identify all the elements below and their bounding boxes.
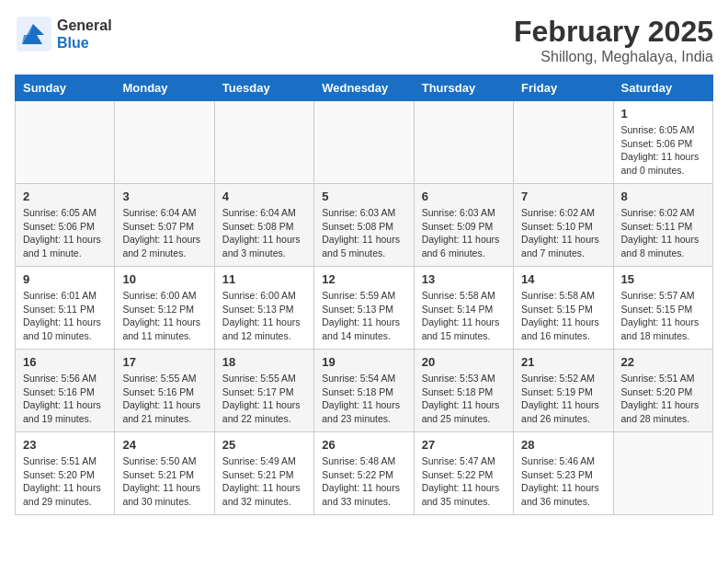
calendar-cell: 24Sunrise: 5:50 AMSunset: 5:21 PMDayligh… — [115, 432, 214, 515]
day-info: Sunrise: 6:02 AMSunset: 5:11 PMDaylight:… — [621, 206, 705, 260]
day-info: Sunrise: 5:50 AMSunset: 5:21 PMDaylight:… — [122, 454, 206, 509]
day-info: Sunrise: 6:01 AMSunset: 5:11 PMDaylight:… — [23, 289, 107, 343]
logo-icon — [15, 15, 53, 53]
logo-line1: General — [57, 17, 112, 34]
calendar-cell — [16, 101, 115, 184]
calendar-cell: 25Sunrise: 5:49 AMSunset: 5:21 PMDayligh… — [214, 432, 313, 515]
day-info: Sunrise: 5:53 AMSunset: 5:18 PMDaylight:… — [422, 372, 506, 426]
day-number: 10 — [122, 272, 206, 286]
calendar-cell: 5Sunrise: 6:03 AMSunset: 5:08 PMDaylight… — [314, 184, 414, 267]
logo: General Blue — [15, 15, 112, 53]
day-info: Sunrise: 5:55 AMSunset: 5:16 PMDaylight:… — [122, 372, 206, 426]
day-number: 20 — [422, 355, 506, 369]
calendar-cell: 7Sunrise: 6:02 AMSunset: 5:10 PMDaylight… — [514, 184, 613, 267]
day-number: 22 — [621, 355, 705, 369]
calendar-cell: 28Sunrise: 5:46 AMSunset: 5:23 PMDayligh… — [514, 432, 613, 515]
day-number: 6 — [422, 190, 506, 203]
weekday-header-friday: Friday — [514, 75, 613, 101]
day-info: Sunrise: 5:57 AMSunset: 5:15 PMDaylight:… — [621, 289, 705, 343]
calendar-cell: 13Sunrise: 5:58 AMSunset: 5:14 PMDayligh… — [414, 267, 513, 350]
day-info: Sunrise: 5:52 AMSunset: 5:19 PMDaylight:… — [521, 372, 605, 426]
day-number: 19 — [322, 355, 405, 369]
calendar-cell: 15Sunrise: 5:57 AMSunset: 5:15 PMDayligh… — [613, 267, 712, 350]
day-number: 5 — [322, 190, 405, 203]
calendar-cell: 21Sunrise: 5:52 AMSunset: 5:19 PMDayligh… — [514, 350, 613, 432]
calendar-cell — [115, 101, 214, 184]
day-number: 21 — [521, 355, 605, 369]
day-info: Sunrise: 6:05 AMSunset: 5:06 PMDaylight:… — [621, 123, 705, 178]
day-number: 12 — [322, 272, 405, 286]
calendar-cell — [414, 101, 513, 184]
logo-line2: Blue — [57, 34, 112, 52]
day-info: Sunrise: 5:59 AMSunset: 5:13 PMDaylight:… — [322, 289, 405, 343]
day-info: Sunrise: 5:55 AMSunset: 5:17 PMDaylight:… — [222, 372, 306, 426]
day-info: Sunrise: 6:00 AMSunset: 5:12 PMDaylight:… — [122, 289, 206, 343]
day-number: 23 — [23, 438, 107, 452]
calendar-cell: 14Sunrise: 5:58 AMSunset: 5:15 PMDayligh… — [514, 267, 613, 350]
calendar-week-1: 1Sunrise: 6:05 AMSunset: 5:06 PMDaylight… — [16, 101, 713, 184]
day-info: Sunrise: 5:54 AMSunset: 5:18 PMDaylight:… — [322, 372, 405, 426]
day-number: 1 — [621, 107, 705, 121]
calendar-cell: 12Sunrise: 5:59 AMSunset: 5:13 PMDayligh… — [314, 267, 414, 350]
day-number: 14 — [521, 272, 605, 286]
day-info: Sunrise: 6:04 AMSunset: 5:07 PMDaylight:… — [122, 206, 206, 260]
day-info: Sunrise: 5:48 AMSunset: 5:22 PMDaylight:… — [322, 454, 405, 509]
day-number: 18 — [222, 355, 306, 369]
calendar-cell: 1Sunrise: 6:05 AMSunset: 5:06 PMDaylight… — [613, 101, 712, 184]
weekday-header-saturday: Saturday — [613, 75, 712, 101]
calendar-cell: 16Sunrise: 5:56 AMSunset: 5:16 PMDayligh… — [16, 350, 115, 432]
day-number: 16 — [23, 355, 107, 369]
day-info: Sunrise: 6:05 AMSunset: 5:06 PMDaylight:… — [23, 206, 107, 260]
day-number: 15 — [621, 272, 705, 286]
calendar-cell: 23Sunrise: 5:51 AMSunset: 5:20 PMDayligh… — [16, 432, 115, 515]
page-header: General Blue February 2025 Shillong, Meg… — [15, 15, 713, 65]
day-info: Sunrise: 6:03 AMSunset: 5:08 PMDaylight:… — [322, 206, 405, 260]
day-number: 2 — [23, 190, 107, 203]
day-number: 25 — [222, 438, 306, 452]
calendar-cell: 8Sunrise: 6:02 AMSunset: 5:11 PMDaylight… — [613, 184, 712, 267]
day-info: Sunrise: 6:03 AMSunset: 5:09 PMDaylight:… — [422, 206, 506, 260]
day-info: Sunrise: 6:02 AMSunset: 5:10 PMDaylight:… — [521, 206, 605, 260]
calendar-cell: 20Sunrise: 5:53 AMSunset: 5:18 PMDayligh… — [414, 350, 513, 432]
day-info: Sunrise: 5:51 AMSunset: 5:20 PMDaylight:… — [23, 454, 107, 509]
weekday-header-monday: Monday — [115, 75, 214, 101]
day-info: Sunrise: 5:51 AMSunset: 5:20 PMDaylight:… — [621, 372, 705, 426]
page-subtitle: Shillong, Meghalaya, India — [514, 49, 713, 65]
calendar-week-4: 16Sunrise: 5:56 AMSunset: 5:16 PMDayligh… — [16, 350, 713, 432]
calendar-cell — [514, 101, 613, 184]
weekday-header-thursday: Thursday — [414, 75, 513, 101]
calendar-cell: 3Sunrise: 6:04 AMSunset: 5:07 PMDaylight… — [115, 184, 214, 267]
calendar-week-3: 9Sunrise: 6:01 AMSunset: 5:11 PMDaylight… — [16, 267, 713, 350]
day-number: 3 — [122, 190, 206, 203]
day-info: Sunrise: 5:47 AMSunset: 5:22 PMDaylight:… — [422, 454, 506, 509]
day-number: 17 — [122, 355, 206, 369]
day-number: 11 — [222, 272, 306, 286]
day-info: Sunrise: 5:58 AMSunset: 5:15 PMDaylight:… — [521, 289, 605, 343]
day-number: 8 — [621, 190, 705, 203]
calendar-cell: 18Sunrise: 5:55 AMSunset: 5:17 PMDayligh… — [214, 350, 313, 432]
calendar-cell: 11Sunrise: 6:00 AMSunset: 5:13 PMDayligh… — [214, 267, 313, 350]
calendar-cell: 6Sunrise: 6:03 AMSunset: 5:09 PMDaylight… — [414, 184, 513, 267]
day-number: 28 — [521, 438, 605, 452]
weekday-header-tuesday: Tuesday — [214, 75, 313, 101]
calendar-table: SundayMondayTuesdayWednesdayThursdayFrid… — [15, 75, 713, 515]
day-number: 7 — [521, 190, 605, 203]
day-number: 26 — [322, 438, 405, 452]
calendar-cell — [613, 432, 712, 515]
calendar-cell: 22Sunrise: 5:51 AMSunset: 5:20 PMDayligh… — [613, 350, 712, 432]
day-number: 13 — [422, 272, 506, 286]
calendar-cell: 19Sunrise: 5:54 AMSunset: 5:18 PMDayligh… — [314, 350, 414, 432]
calendar-header-row: SundayMondayTuesdayWednesdayThursdayFrid… — [16, 75, 713, 101]
calendar-cell: 9Sunrise: 6:01 AMSunset: 5:11 PMDaylight… — [16, 267, 115, 350]
day-info: Sunrise: 5:46 AMSunset: 5:23 PMDaylight:… — [521, 454, 605, 509]
day-info: Sunrise: 6:04 AMSunset: 5:08 PMDaylight:… — [222, 206, 306, 260]
calendar-week-2: 2Sunrise: 6:05 AMSunset: 5:06 PMDaylight… — [16, 184, 713, 267]
calendar-cell: 4Sunrise: 6:04 AMSunset: 5:08 PMDaylight… — [214, 184, 313, 267]
calendar-cell — [314, 101, 414, 184]
day-info: Sunrise: 6:00 AMSunset: 5:13 PMDaylight:… — [222, 289, 306, 343]
day-info: Sunrise: 5:58 AMSunset: 5:14 PMDaylight:… — [422, 289, 506, 343]
calendar-cell: 2Sunrise: 6:05 AMSunset: 5:06 PMDaylight… — [16, 184, 115, 267]
calendar-cell: 10Sunrise: 6:00 AMSunset: 5:12 PMDayligh… — [115, 267, 214, 350]
calendar-cell: 17Sunrise: 5:55 AMSunset: 5:16 PMDayligh… — [115, 350, 214, 432]
day-number: 9 — [23, 272, 107, 286]
